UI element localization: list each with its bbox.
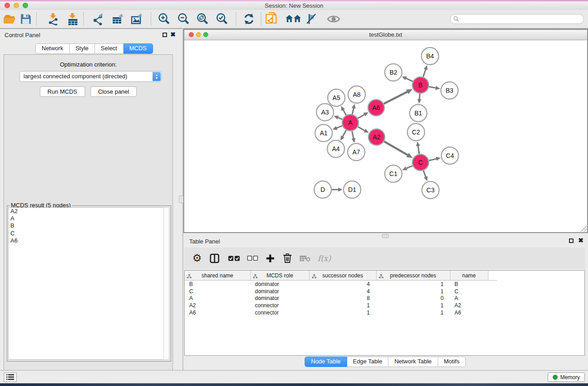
graph-node-B[interactable]: B xyxy=(412,77,429,93)
list-item[interactable]: C xyxy=(9,230,163,237)
column-header-shared-name[interactable]: shared name xyxy=(185,271,250,281)
graph-node-B3[interactable]: B3 xyxy=(441,82,458,99)
tab-style[interactable]: Style xyxy=(70,43,95,54)
close-traffic-light[interactable] xyxy=(5,3,10,8)
column-header-predecessor-nodes[interactable]: predecessor nodes xyxy=(376,271,450,281)
table-row[interactable]: Adominator80A xyxy=(185,295,497,302)
network-zoom-traffic-light[interactable] xyxy=(203,32,208,37)
column-header-name[interactable]: name xyxy=(450,271,488,281)
graph-edge xyxy=(338,117,343,119)
column-header-mcds-role[interactable]: MCDS role xyxy=(250,271,309,281)
table-panel: Table Panel ✖ ⚙ xyxy=(183,235,588,370)
list-item[interactable]: A xyxy=(9,215,163,222)
graph-node-D[interactable]: D xyxy=(314,181,331,198)
add-column-button[interactable] xyxy=(266,254,275,263)
svg-text:D1: D1 xyxy=(348,186,356,193)
delete-table-button[interactable] xyxy=(300,255,311,262)
graph-edge-arrowhead xyxy=(338,188,343,192)
select-all-button[interactable] xyxy=(228,256,240,261)
graph-node-C2[interactable]: C2 xyxy=(407,124,425,141)
table-row[interactable]: A6connector11A6 xyxy=(185,309,497,316)
table-row[interactable]: Cdominator41C xyxy=(185,288,497,295)
graph-node-C[interactable]: C xyxy=(412,154,429,171)
export-table-button[interactable] xyxy=(110,12,126,26)
delete-column-button[interactable] xyxy=(283,253,292,263)
graph-node-C1[interactable]: C1 xyxy=(385,165,402,182)
svg-text:A2: A2 xyxy=(373,133,380,141)
graphics-details-button[interactable] xyxy=(325,12,342,26)
clone-network-button[interactable] xyxy=(263,12,280,26)
criterion-dropdown[interactable]: largest connected component (directed) ▲… xyxy=(19,71,162,82)
table-panel-title: Table Panel xyxy=(189,238,220,245)
app-titlebar: Session: New Session xyxy=(0,1,588,10)
search-input[interactable] xyxy=(450,14,584,24)
tab-edge-table[interactable]: Edge Table xyxy=(347,357,389,367)
import-network-button[interactable] xyxy=(45,12,62,26)
graph-node-C3[interactable]: C3 xyxy=(422,181,439,199)
zoom-fit-button[interactable] xyxy=(194,12,210,26)
graph-node-A2[interactable]: A2 xyxy=(368,129,385,145)
graph-node-B1[interactable]: B1 xyxy=(410,105,427,122)
tab-select[interactable]: Select xyxy=(95,43,124,54)
table-row[interactable]: A2connector11A2 xyxy=(185,302,497,309)
open-session-button[interactable] xyxy=(1,12,18,26)
graph-node-A4[interactable]: A4 xyxy=(327,140,344,157)
graph-node-A3[interactable]: A3 xyxy=(316,104,334,121)
tab-motifs[interactable]: Motifs xyxy=(438,357,466,367)
list-item[interactable]: B xyxy=(9,222,163,229)
export-network-button[interactable] xyxy=(90,12,106,26)
column-chooser-button[interactable] xyxy=(210,253,220,263)
graph-edge xyxy=(406,166,413,168)
import-table-button[interactable] xyxy=(65,12,81,26)
refresh-button[interactable] xyxy=(241,12,257,26)
hide-annotations-button[interactable] xyxy=(303,12,320,26)
graph-node-A8[interactable]: A8 xyxy=(348,86,365,103)
graph-node-D1[interactable]: D1 xyxy=(344,181,361,198)
graph-node-C4[interactable]: C4 xyxy=(441,147,459,164)
graph-node-A7[interactable]: A7 xyxy=(348,143,365,161)
graph-node-A[interactable]: A xyxy=(342,114,359,131)
control-panel-float-button[interactable] xyxy=(163,33,167,37)
graph-edge xyxy=(418,146,419,154)
svg-text:D: D xyxy=(320,186,325,193)
graph-node-B2[interactable]: B2 xyxy=(385,64,402,81)
memory-button[interactable]: Memory xyxy=(548,372,585,382)
memory-status-icon xyxy=(553,375,558,380)
run-mcds-button[interactable]: Run MCDS xyxy=(40,86,85,97)
network-close-traffic-light[interactable] xyxy=(189,32,194,37)
home-layout-button[interactable] xyxy=(285,12,301,26)
list-item[interactable]: A2 xyxy=(9,208,163,215)
graph-node-A6[interactable]: A6 xyxy=(368,100,384,116)
zoom-traffic-light[interactable] xyxy=(23,3,28,8)
deselect-all-button[interactable] xyxy=(247,256,258,261)
export-image-button[interactable] xyxy=(129,12,145,26)
settings-gear-button[interactable]: ⚙ xyxy=(192,252,202,264)
function-builder-button[interactable]: f(x) xyxy=(318,254,331,263)
control-panel-close-button[interactable]: ✖ xyxy=(170,30,176,38)
save-session-button[interactable] xyxy=(18,12,34,26)
tab-network-table[interactable]: Network Table xyxy=(388,357,438,367)
minimize-traffic-light[interactable] xyxy=(14,3,19,8)
table-panel-float-button[interactable] xyxy=(569,238,574,243)
tab-network[interactable]: Network xyxy=(35,43,70,54)
table-panel-close-button[interactable]: ✖ xyxy=(578,236,584,244)
graph-node-A5[interactable]: A5 xyxy=(328,89,345,106)
list-item[interactable]: A6 xyxy=(9,237,163,244)
tab-node-table[interactable]: Node Table xyxy=(305,357,347,367)
tab-mcds[interactable]: MCDS xyxy=(124,43,153,54)
network-minimize-traffic-light[interactable] xyxy=(196,32,201,37)
main-toolbar xyxy=(0,10,588,29)
zoom-selected-button[interactable] xyxy=(214,12,230,26)
close-panel-button[interactable]: Close panel xyxy=(91,86,137,97)
graph-node-A1[interactable]: A1 xyxy=(315,124,332,142)
graph-node-B4[interactable]: B4 xyxy=(421,48,439,65)
mcds-result-list[interactable]: A2ABCA6 xyxy=(8,207,164,360)
table-row[interactable]: Bdominator41B xyxy=(185,281,497,288)
svg-text:A8: A8 xyxy=(353,91,360,98)
network-canvas[interactable]: B4B2BB3A8A5A6A3B1AA1C2A2A4A7C4CC1C3DD1 xyxy=(184,40,587,232)
column-header-successor-nodes[interactable]: successor nodes xyxy=(309,271,376,281)
task-history-button[interactable] xyxy=(4,372,17,382)
mcds-list-scrollbar[interactable] xyxy=(163,207,169,360)
zoom-out-button[interactable] xyxy=(175,12,191,26)
zoom-in-button[interactable] xyxy=(156,12,172,26)
